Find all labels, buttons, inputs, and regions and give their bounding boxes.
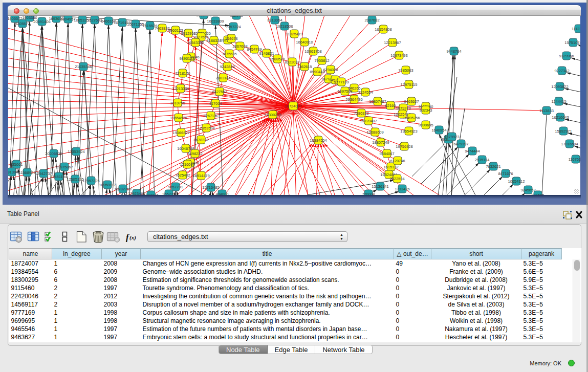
- svg-text:8267130: 8267130: [203, 114, 218, 118]
- svg-text:1113833: 1113833: [539, 108, 554, 113]
- svg-text:8813054: 8813054: [267, 18, 282, 23]
- svg-text:6479197: 6479197: [453, 142, 468, 146]
- svg-text:16033809: 16033809: [207, 19, 224, 24]
- svg-text:1615132: 1615132: [383, 165, 398, 169]
- svg-text:17016504: 17016504: [561, 142, 578, 146]
- svg-text:2935114: 2935114: [475, 158, 490, 162]
- svg-text:10973493: 10973493: [390, 53, 407, 58]
- svg-text:9474444: 9474444: [465, 149, 480, 154]
- svg-text:19654923: 19654923: [400, 129, 417, 134]
- svg-text:10807487: 10807487: [369, 99, 386, 104]
- svg-text:9245652: 9245652: [520, 188, 535, 192]
- svg-text:9146821: 9146821: [259, 51, 274, 56]
- svg-text:7357224: 7357224: [226, 25, 241, 29]
- svg-text:6497508: 6497508: [337, 89, 352, 94]
- svg-text:8427552: 8427552: [212, 90, 227, 94]
- svg-text:16782759: 16782759: [114, 187, 131, 191]
- svg-text:2803144: 2803144: [215, 76, 230, 80]
- svg-text:8498222: 8498222: [187, 151, 202, 156]
- svg-text:1010755: 1010755: [170, 101, 185, 105]
- svg-text:16495756: 16495756: [403, 116, 420, 120]
- svg-text:965779: 965779: [162, 192, 175, 195]
- svg-text:10671355: 10671355: [127, 22, 144, 27]
- svg-text:15892971: 15892971: [555, 129, 572, 134]
- svg-text:11451194: 11451194: [51, 174, 67, 179]
- svg-text:9242848: 9242848: [220, 64, 234, 69]
- svg-text:9227342: 9227342: [554, 69, 569, 73]
- svg-text:12353594: 12353594: [198, 126, 214, 130]
- svg-text:9657791: 9657791: [168, 185, 183, 189]
- svg-text:17353924: 17353924: [68, 149, 84, 154]
- svg-text:19384554: 19384554: [310, 138, 326, 143]
- svg-text:9329966: 9329966: [559, 54, 574, 58]
- svg-text:720000: 720000: [362, 192, 375, 195]
- svg-text:18724007: 18724007: [285, 104, 301, 108]
- svg-text:8186328: 8186328: [206, 38, 221, 43]
- svg-text:10654112: 10654112: [508, 179, 525, 184]
- svg-text:17975115: 17975115: [401, 82, 418, 87]
- svg-text:15300215: 15300215: [264, 113, 281, 117]
- svg-text:18807249: 18807249: [372, 140, 389, 145]
- svg-text:1804957: 1804957: [60, 17, 75, 21]
- svg-text:20691406: 20691406: [33, 19, 50, 24]
- svg-text:16210643: 16210643: [552, 115, 569, 120]
- svg-text:154678: 154678: [225, 36, 237, 41]
- svg-text:7463822: 7463822: [155, 26, 169, 31]
- svg-text:1640954: 1640954: [431, 128, 446, 133]
- svg-text:16154808: 16154808: [375, 27, 391, 32]
- svg-text:3875685: 3875685: [222, 52, 236, 56]
- svg-text:8471676: 8471676: [498, 171, 513, 176]
- svg-text:932343: 932343: [419, 108, 432, 113]
- svg-text:19166827: 19166827: [172, 130, 189, 135]
- svg-text:11325419: 11325419: [286, 32, 303, 36]
- svg-text:2867608: 2867608: [232, 44, 247, 49]
- svg-text:20206535: 20206535: [45, 151, 62, 156]
- svg-text:21035346: 21035346: [75, 64, 92, 69]
- svg-text:12093822: 12093822: [551, 84, 568, 89]
- svg-text:12505135: 12505135: [67, 177, 83, 182]
- svg-text:8990448: 8990448: [310, 70, 324, 74]
- svg-text:6794028: 6794028: [323, 68, 338, 72]
- svg-text:15720407: 15720407: [360, 119, 377, 123]
- svg-text:1362615: 1362615: [297, 64, 312, 69]
- svg-text:12942737: 12942737: [35, 171, 52, 176]
- svg-text:15751074: 15751074: [564, 40, 580, 45]
- svg-text:12923466: 12923466: [128, 191, 145, 195]
- svg-text:9899695: 9899695: [418, 123, 433, 127]
- svg-text:7632621: 7632621: [486, 164, 500, 169]
- svg-text:3124554: 3124554: [358, 90, 373, 95]
- svg-text:932043: 932043: [230, 16, 243, 18]
- svg-text:417004: 417004: [209, 101, 222, 106]
- svg-text:19218506: 19218506: [276, 24, 293, 29]
- svg-text:434000: 434000: [215, 192, 228, 195]
- svg-text:19756928: 19756928: [396, 144, 412, 149]
- svg-text:8813444: 8813444: [196, 16, 211, 17]
- svg-text:9884067: 9884067: [379, 151, 394, 156]
- svg-text:10961758: 10961758: [304, 49, 321, 54]
- svg-text:7955812: 7955812: [314, 58, 329, 63]
- svg-text:391394: 391394: [8, 170, 18, 174]
- svg-text:9463627: 9463627: [404, 99, 419, 104]
- svg-text:9205572: 9205572: [15, 21, 30, 26]
- svg-text:15716485: 15716485: [202, 185, 219, 190]
- svg-text:8678332: 8678332: [193, 138, 208, 142]
- svg-text:1733426: 1733426: [395, 187, 409, 191]
- svg-text:9777109: 9777109: [334, 80, 349, 84]
- svg-text:8322037: 8322037: [285, 60, 299, 64]
- svg-text:20364436: 20364436: [345, 97, 362, 102]
- svg-text:10688609: 10688609: [366, 130, 383, 135]
- svg-text:(x): (x): [129, 234, 136, 241]
- svg-text:9448784: 9448784: [446, 49, 461, 54]
- svg-text:1679923: 1679923: [444, 135, 459, 139]
- svg-text:1112384: 1112384: [572, 27, 580, 31]
- svg-text:16543382: 16543382: [187, 40, 204, 45]
- svg-text:1216099: 1216099: [180, 162, 194, 167]
- svg-text:1879378: 1879378: [396, 106, 410, 111]
- svg-text:10958117: 10958117: [99, 183, 116, 187]
- svg-text:16914479: 16914479: [192, 173, 209, 178]
- svg-text:835061: 835061: [10, 162, 23, 167]
- svg-text:924565: 924565: [531, 193, 544, 195]
- svg-text:1244415: 1244415: [551, 99, 566, 104]
- svg-text:1167533: 1167533: [569, 157, 580, 162]
- svg-text:12213349: 12213349: [172, 86, 189, 91]
